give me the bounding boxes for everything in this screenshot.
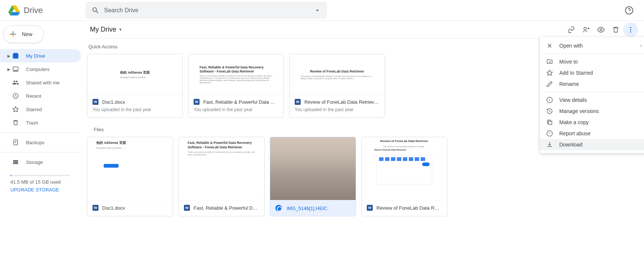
nav-storage[interactable]: ▶ Storage xyxy=(0,155,81,169)
share-button[interactable] xyxy=(579,22,593,37)
move-icon xyxy=(546,58,553,65)
nav-list: ▶ My Drive ▶ Computers ▶ Shared with me … xyxy=(0,49,81,193)
file-thumbnail: 你的 AdSense 页面在此处您的 AdSense 总科页面 ... ... xyxy=(87,137,173,200)
nav-recent[interactable]: ▶ Recent xyxy=(0,89,81,103)
computers-icon xyxy=(12,65,19,73)
more-actions-button[interactable] xyxy=(623,22,638,37)
file-thumbnail: 你的 AdSense 页面在此处您的 AdSense 总科页面... xyxy=(87,54,182,95)
menu-report-abuse[interactable]: Report abuse xyxy=(540,128,644,139)
menu-download[interactable]: Download xyxy=(540,139,644,150)
logo-area[interactable]: Drive xyxy=(4,4,85,17)
chevron-right-icon: › xyxy=(640,43,642,48)
file-title: Fast, Reliable & Powerful Data Recov… xyxy=(203,99,278,105)
svg-point-6 xyxy=(584,27,586,30)
nav-label: Computers xyxy=(26,67,50,72)
star-icon xyxy=(12,106,19,113)
shared-icon xyxy=(12,79,19,86)
svg-point-10 xyxy=(630,31,631,32)
nav-backups[interactable]: ▶ Backups xyxy=(0,136,81,149)
menu-rename[interactable]: Rename xyxy=(540,78,644,90)
file-card[interactable]: 你的 AdSense 页面在此处您的 AdSense 总科页面 ... ... … xyxy=(87,137,173,216)
file-title: Review of FoneLab Data Retriever - t… xyxy=(304,99,379,105)
svg-marker-11 xyxy=(547,70,553,75)
search-icon xyxy=(91,6,100,14)
file-title: Fast, Reliable & Powerful D… xyxy=(194,205,258,211)
help-icon[interactable] xyxy=(625,6,634,15)
copy-icon xyxy=(546,119,553,126)
file-card[interactable]: IMG_5146[1].HEIC xyxy=(270,137,356,216)
file-title: Review of FoneLab Data Re… xyxy=(376,205,442,211)
svg-point-8 xyxy=(630,27,631,28)
svg-rect-2 xyxy=(13,67,18,70)
file-card[interactable]: Review of FoneLab Data RetrieverThe proc… xyxy=(361,137,447,216)
divider xyxy=(0,152,81,152)
menu-manage-versions[interactable]: Manage versions xyxy=(540,106,644,117)
upgrade-storage-link[interactable]: UPGRADE STORAGE xyxy=(10,187,74,193)
menu-move-to[interactable]: Move to xyxy=(540,56,644,67)
plus-icon xyxy=(9,30,17,39)
svg-marker-4 xyxy=(13,107,19,112)
nav-computers[interactable]: ▶ Computers xyxy=(0,62,81,76)
storage-bar xyxy=(10,175,70,176)
sidebar: New ▶ My Drive ▶ Computers ▶ Shared with… xyxy=(0,21,81,255)
search-options-icon[interactable] xyxy=(314,7,321,14)
file-subtitle: You uploaded in the past year xyxy=(194,107,278,112)
nav-label: Storage xyxy=(26,159,43,165)
rename-icon xyxy=(546,80,553,88)
recent-icon xyxy=(12,92,19,100)
storage-section: 41.5 MB of 15 GB used UPGRADE STORAGE xyxy=(0,169,81,193)
history-icon xyxy=(546,107,553,115)
word-icon: W xyxy=(367,205,373,211)
quick-access-card[interactable]: 你的 AdSense 页面在此处您的 AdSense 总科页面... WDoc1… xyxy=(87,54,183,118)
file-title: Doc1.docx xyxy=(102,205,125,211)
main-layout: New ▶ My Drive ▶ Computers ▶ Shared with… xyxy=(0,21,644,255)
word-icon: W xyxy=(194,99,200,105)
report-icon xyxy=(546,130,553,137)
file-title: Doc1.docx xyxy=(102,99,125,105)
svg-point-9 xyxy=(630,29,631,30)
file-card[interactable]: Fast, Reliable & Powerful Data Recovery … xyxy=(178,137,265,216)
nav-label: Starred xyxy=(26,107,42,112)
search-bar[interactable] xyxy=(85,2,327,19)
nav-trash[interactable]: ▶ Trash xyxy=(0,116,81,129)
get-link-button[interactable] xyxy=(564,22,579,37)
breadcrumb[interactable]: My Drive ▼ xyxy=(87,24,125,35)
expand-caret-icon[interactable]: ▶ xyxy=(7,67,12,71)
word-icon: W xyxy=(184,205,190,211)
divider xyxy=(0,132,81,133)
expand-caret-icon[interactable]: ▶ xyxy=(7,54,12,58)
nav-my-drive[interactable]: ▶ My Drive xyxy=(0,49,81,62)
info-icon xyxy=(546,96,553,104)
svg-point-1 xyxy=(15,56,16,57)
menu-view-details[interactable]: View details xyxy=(540,94,644,106)
menu-make-copy[interactable]: Make a copy xyxy=(540,117,644,128)
search-input[interactable] xyxy=(104,7,314,14)
star-icon xyxy=(546,69,553,77)
quick-access-card[interactable]: Fast, Reliable & Powerful Data Recovery … xyxy=(188,54,284,118)
menu-open-with[interactable]: Open with› xyxy=(540,40,644,51)
download-icon xyxy=(546,141,553,148)
nav-shared[interactable]: ▶ Shared with me xyxy=(0,76,81,89)
nav-label: Recent xyxy=(26,93,41,99)
quick-access-card[interactable]: Review of FoneLab Data RetrieverThe proc… xyxy=(289,54,385,118)
storage-usage-text: 41.5 MB of 15 GB used xyxy=(10,179,74,185)
app-name: Drive xyxy=(24,6,43,15)
new-button[interactable]: New xyxy=(3,25,44,43)
delete-button[interactable] xyxy=(608,22,623,37)
menu-divider xyxy=(540,54,644,54)
new-button-label: New xyxy=(22,31,32,37)
file-thumbnail: Fast, Reliable & Powerful Data Recovery … xyxy=(179,137,264,200)
file-thumbnail: Review of FoneLab Data RetrieverThe proc… xyxy=(289,54,385,95)
svg-rect-13 xyxy=(548,121,552,125)
open-with-icon xyxy=(546,42,553,49)
word-icon: W xyxy=(93,99,98,105)
preview-button[interactable] xyxy=(593,22,608,37)
breadcrumb-label: My Drive xyxy=(90,26,116,33)
storage-icon xyxy=(12,158,19,166)
nav-starred[interactable]: ▶ Starred xyxy=(0,103,81,116)
content: My Drive ▼ Quick Access 你的 AdSense 页面在此处… xyxy=(81,21,644,255)
nav-label: Shared with me xyxy=(26,80,59,85)
file-thumbnail: Review of FoneLab Data RetrieverThe proc… xyxy=(362,137,447,200)
file-subtitle: You uploaded in the past year xyxy=(295,107,379,112)
menu-add-starred[interactable]: Add to Starred xyxy=(540,67,644,78)
